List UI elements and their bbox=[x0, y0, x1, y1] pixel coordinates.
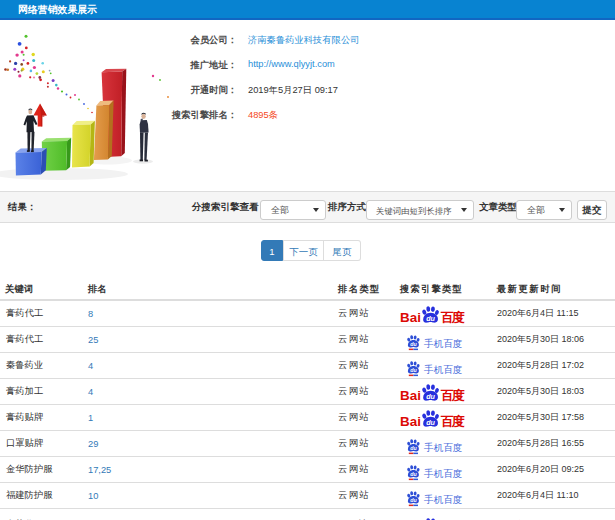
svg-text:手机百度: 手机百度 bbox=[424, 363, 462, 374]
svg-text:Bai: Bai bbox=[400, 310, 421, 324]
svg-text:百度: 百度 bbox=[440, 414, 465, 428]
svg-text:Bai: Bai bbox=[400, 414, 421, 428]
svg-text:du: du bbox=[426, 393, 435, 401]
svg-text:du: du bbox=[410, 341, 417, 347]
svg-text:du: du bbox=[426, 315, 435, 323]
svg-text:手机百度: 手机百度 bbox=[424, 493, 462, 504]
svg-text:百度: 百度 bbox=[440, 388, 465, 402]
svg-text:手机百度: 手机百度 bbox=[424, 337, 462, 348]
svg-text:du: du bbox=[410, 367, 417, 373]
svg-text:手机百度: 手机百度 bbox=[424, 441, 462, 452]
svg-text:du: du bbox=[410, 471, 417, 477]
svg-text:du: du bbox=[410, 445, 417, 451]
svg-text:du: du bbox=[426, 419, 435, 427]
svg-text:手机百度: 手机百度 bbox=[424, 467, 462, 478]
svg-text:Bai: Bai bbox=[400, 388, 421, 402]
svg-text:du: du bbox=[410, 497, 417, 503]
svg-text:百度: 百度 bbox=[440, 310, 465, 324]
